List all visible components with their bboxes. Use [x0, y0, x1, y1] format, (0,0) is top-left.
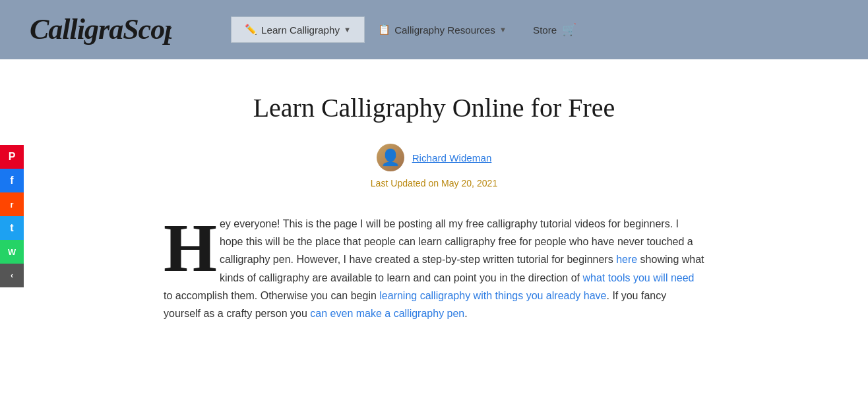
page-title: Learn Calligraphy Online for Free — [164, 92, 704, 124]
nav-label-resources: Calligraphy Resources — [394, 24, 495, 36]
svg-text:CalligraScope: CalligraScope — [30, 13, 171, 45]
article-body: Hey everyone! This is the page I will be… — [164, 215, 704, 322]
cart-icon: 🛒 — [562, 23, 576, 37]
twitter-icon: t — [10, 222, 13, 234]
main-nav: ✏️ Learn Calligraphy ▼ 📋 Calligraphy Res… — [231, 16, 590, 44]
chevron-down-icon: ▼ — [344, 26, 351, 34]
whatsapp-button[interactable]: W — [0, 240, 24, 264]
make-pen-link[interactable]: can even make a calligraphy pen — [310, 308, 464, 319]
facebook-button[interactable]: f — [0, 169, 24, 192]
reddit-icon: r — [11, 200, 14, 210]
hide-icon: ‹ — [11, 271, 13, 280]
main-content: Learn Calligraphy Online for Free Richar… — [137, 59, 731, 372]
last-updated: Last Updated on May 20, 2021 — [164, 178, 704, 188]
nav-learn-calligraphy[interactable]: ✏️ Learn Calligraphy ▼ — [231, 16, 365, 43]
article-paragraph-1: Hey everyone! This is the page I will be… — [164, 215, 704, 322]
facebook-icon: f — [10, 175, 13, 187]
store-label: Store — [533, 24, 557, 36]
site-logo[interactable]: CalligraScope — [26, 7, 171, 53]
avatar — [377, 144, 404, 171]
nav-label-learn: Learn Calligraphy — [261, 24, 340, 36]
reddit-button[interactable]: r — [0, 192, 24, 216]
tools-link[interactable]: what tools you will need — [582, 272, 694, 283]
pencil-icon: ✏️ — [245, 24, 257, 36]
whatsapp-icon: W — [8, 247, 16, 257]
nav-store[interactable]: Store 🛒 — [520, 16, 590, 44]
pinterest-button[interactable]: P — [0, 145, 24, 169]
drop-cap-letter: H — [164, 219, 217, 277]
twitter-button[interactable]: t — [0, 216, 24, 240]
hide-sidebar-button[interactable]: ‹ — [0, 264, 24, 287]
social-sidebar: P f r t W ‹ — [0, 145, 24, 287]
author-name[interactable]: Richard Wideman — [412, 152, 492, 163]
pinterest-icon: P — [9, 151, 16, 163]
nav-calligraphy-resources[interactable]: 📋 Calligraphy Resources ▼ — [365, 17, 520, 42]
learning-link[interactable]: learning calligraphy with things you alr… — [379, 290, 606, 301]
chevron-down-icon-2: ▼ — [499, 26, 507, 34]
site-header: CalligraScope ✏️ Learn Calligraphy ▼ 📋 C… — [0, 0, 868, 59]
resources-icon: 📋 — [378, 24, 390, 36]
here-link[interactable]: here — [616, 254, 637, 265]
author-section: Richard Wideman — [164, 144, 704, 171]
